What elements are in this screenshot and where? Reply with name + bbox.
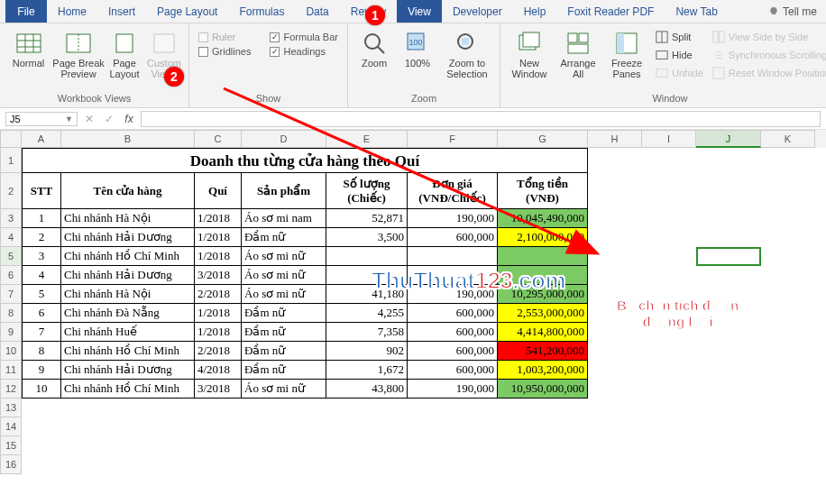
cell-stt[interactable]: 5: [22, 285, 61, 304]
cell[interactable]: [696, 417, 761, 436]
row-header-1[interactable]: 1: [0, 148, 22, 173]
cell[interactable]: [761, 436, 815, 455]
cell-dg[interactable]: 600,000: [408, 342, 498, 361]
cell-stt[interactable]: 6: [22, 304, 61, 323]
cell-ten[interactable]: Chi nhánh Hồ Chí Minh: [61, 342, 195, 361]
cell-ten[interactable]: Chi nhánh Huế: [61, 323, 195, 342]
tab-formulas[interactable]: Formulas: [228, 0, 295, 23]
cell[interactable]: [761, 380, 815, 399]
new-window-button[interactable]: NewWindow: [506, 27, 553, 81]
tab-home[interactable]: Home: [47, 0, 97, 23]
cell[interactable]: [408, 399, 498, 417]
cell[interactable]: [195, 436, 242, 455]
cell[interactable]: [696, 266, 761, 285]
cell[interactable]: [242, 455, 326, 474]
cell-tt[interactable]: [498, 247, 588, 266]
cell[interactable]: [642, 342, 696, 361]
cell[interactable]: [642, 228, 696, 247]
cell-ten[interactable]: Chi nhánh Hải Dương: [61, 228, 195, 247]
cell[interactable]: [498, 417, 588, 436]
cell[interactable]: [588, 247, 642, 266]
tab-help[interactable]: Help: [513, 0, 557, 23]
row-header-11[interactable]: 11: [0, 361, 22, 380]
cell-qui[interactable]: 1/2018: [195, 304, 242, 323]
cell[interactable]: [588, 173, 642, 209]
cell-tt[interactable]: 541,200,000: [498, 342, 588, 361]
cell-tt[interactable]: 1,003,200,000: [498, 361, 588, 380]
cell-stt[interactable]: 8: [22, 342, 61, 361]
cell-tt[interactable]: 2,553,000,000: [498, 304, 588, 323]
cell[interactable]: [696, 361, 761, 380]
cell-sp[interactable]: Áo sơ mi nữ: [242, 380, 326, 399]
cell-tt[interactable]: 10,950,000,000: [498, 380, 588, 399]
col-header-E[interactable]: E: [326, 130, 408, 148]
cell[interactable]: [696, 209, 761, 228]
row-header-16[interactable]: 16: [0, 455, 22, 474]
cell-sp[interactable]: Đầm nữ: [242, 361, 326, 380]
cell[interactable]: [642, 399, 696, 417]
tell-me[interactable]: Tell me: [759, 0, 826, 23]
cell[interactable]: [696, 173, 761, 209]
cell-stt[interactable]: 1: [22, 209, 61, 228]
cell-ten[interactable]: Chi nhánh Hải Dương: [61, 361, 195, 380]
cell[interactable]: [642, 148, 696, 173]
cell-dg[interactable]: 190,000: [408, 209, 498, 228]
cell[interactable]: [326, 436, 408, 455]
cell[interactable]: [761, 285, 815, 304]
gridlines-checkbox[interactable]: Gridlines: [195, 45, 264, 58]
col-header-I[interactable]: I: [642, 130, 696, 148]
cell-dg[interactable]: [408, 247, 498, 266]
cell-stt[interactable]: 10: [22, 380, 61, 399]
cell-dg[interactable]: 190,000: [408, 380, 498, 399]
row-header-13[interactable]: 13: [0, 399, 22, 417]
split-button[interactable]: Split: [652, 29, 707, 45]
formula-bar-checkbox[interactable]: ✓ Formula Bar: [266, 31, 342, 43]
cell-sp[interactable]: Áo sơ mi nữ: [242, 266, 326, 285]
cell-sp[interactable]: Áo sơ mi nam: [242, 209, 326, 228]
cell[interactable]: [242, 417, 326, 436]
cell-dg[interactable]: 600,000: [408, 304, 498, 323]
cell[interactable]: [761, 247, 815, 266]
select-all-corner[interactable]: [0, 130, 22, 148]
zoom-100-button[interactable]: 100 100%: [397, 27, 438, 70]
cell-stt[interactable]: 9: [22, 361, 61, 380]
zoom-button[interactable]: Zoom: [353, 27, 395, 70]
tab-data[interactable]: Data: [295, 0, 339, 23]
cell[interactable]: [195, 417, 242, 436]
cell[interactable]: [588, 228, 642, 247]
cell-qui[interactable]: 3/2018: [195, 380, 242, 399]
cell[interactable]: [408, 436, 498, 455]
cell[interactable]: [22, 455, 61, 474]
cell[interactable]: [761, 209, 815, 228]
cell[interactable]: [761, 304, 815, 323]
tab-view[interactable]: View: [397, 0, 442, 23]
cell[interactable]: [326, 417, 408, 436]
cell[interactable]: [642, 173, 696, 209]
cell[interactable]: [588, 399, 642, 417]
cell[interactable]: [61, 436, 195, 455]
cell[interactable]: [498, 455, 588, 474]
cell[interactable]: [588, 361, 642, 380]
cell-sl[interactable]: 902: [326, 342, 408, 361]
cell[interactable]: [408, 417, 498, 436]
cell-qui[interactable]: 1/2018: [195, 247, 242, 266]
cell[interactable]: [588, 342, 642, 361]
cell[interactable]: [642, 247, 696, 266]
cell[interactable]: [761, 323, 815, 342]
cell[interactable]: [326, 455, 408, 474]
tab-foxit[interactable]: Foxit Reader PDF: [556, 0, 665, 23]
cell-sl[interactable]: 1,672: [326, 361, 408, 380]
cell-ten[interactable]: Chi nhánh Đà Nẵng: [61, 304, 195, 323]
cell-dg[interactable]: 600,000: [408, 361, 498, 380]
cell[interactable]: [588, 209, 642, 228]
cell-stt[interactable]: 7: [22, 323, 61, 342]
cell[interactable]: [696, 399, 761, 417]
cell[interactable]: [588, 417, 642, 436]
cell-qui[interactable]: 4/2018: [195, 361, 242, 380]
cell[interactable]: [61, 417, 195, 436]
cell[interactable]: [498, 399, 588, 417]
col-header-C[interactable]: C: [195, 130, 242, 148]
cell-ten[interactable]: Chi nhánh Hải Dương: [61, 266, 195, 285]
cell[interactable]: [696, 342, 761, 361]
cell[interactable]: [326, 399, 408, 417]
